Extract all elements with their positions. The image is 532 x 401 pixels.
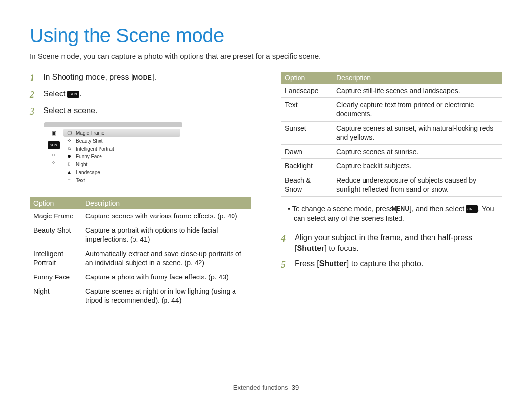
scn-icon (466, 205, 478, 213)
step-4-text-b: ] to focus. (324, 244, 358, 252)
step-1-text-a: In Shooting mode, press [ (43, 73, 133, 81)
step-number: 2 (30, 89, 43, 100)
scene-item-intelligent-portrait: ☺Intelligent Portrait (63, 145, 180, 153)
mode-key-icon: MODE (133, 74, 152, 82)
scene-item-night: ☾Night (63, 160, 180, 168)
scene-item-magic-frame: ▢Magic Frame (63, 129, 180, 137)
step-3-text: Select a scene. (43, 105, 97, 116)
mode-dot-icon (52, 161, 55, 164)
step-2-text-b: . (79, 90, 81, 98)
table-row: Beach & SnowReduce underexposure of subj… (281, 173, 502, 196)
step-2-text-a: Select (43, 90, 67, 98)
scene-item-funny-face: ☻Funny Face (63, 153, 180, 160)
camera-icon: ▣ (51, 130, 56, 136)
footer-section: Extended functions (233, 384, 288, 391)
portrait-icon: ☺ (66, 146, 73, 152)
step-number: 4 (281, 232, 295, 244)
table-row: LandscapeCapture still-life scenes and l… (281, 84, 502, 98)
night-icon: ☾ (66, 161, 73, 167)
table-row: TextClearly capture text from printed or… (281, 98, 502, 121)
shutter-label: Shutter (297, 244, 324, 252)
right-column: Option Description LandscapeCapture stil… (281, 72, 502, 308)
scn-mode-icon: SCN (48, 141, 60, 149)
scn-icon (67, 91, 79, 98)
step-2: 2 Select . (30, 89, 251, 100)
scene-change-note: To change a scene mode, press [MENU], an… (288, 204, 502, 224)
step-1-text-b: ]. (152, 73, 156, 81)
table-header-description: Description (332, 72, 502, 84)
table-row: BacklightCapture backlit subjects. (281, 159, 502, 173)
table-row: Funny FaceCapture a photo with funny fac… (30, 270, 251, 284)
text-icon: ≡ (66, 177, 73, 183)
options-table-2: Option Description LandscapeCapture stil… (281, 72, 502, 197)
table-header-option: Option (281, 72, 332, 84)
step-number: 5 (281, 258, 295, 270)
table-row: DawnCapture scenes at sunrise. (281, 144, 502, 158)
table-row: Intelligent PortraitAutomatically extrac… (30, 247, 251, 270)
page-title: Using the Scene mode (30, 25, 502, 47)
landscape-icon: ▲ (66, 169, 73, 175)
scene-item-beauty-shot: ✧Beauty Shot (63, 137, 180, 145)
footer-page-number: 39 (292, 384, 299, 391)
step-4: 4 Align your subject in the frame, and t… (281, 232, 502, 253)
table-row: Beauty ShotCapture a portrait with optio… (30, 223, 251, 247)
shutter-label: Shutter (319, 259, 347, 268)
table-header-description: Description (81, 197, 251, 209)
step-1: 1 In Shooting mode, press [MODE]. (30, 72, 251, 84)
table-row: SunsetCapture scenes at sunset, with nat… (281, 121, 502, 144)
funny-face-icon: ☻ (66, 154, 73, 159)
scene-item-landscape: ▲Landscape (63, 168, 180, 176)
page-footer: Extended functions 39 (0, 384, 532, 391)
scene-list-screenshot: ▣ SCN ▢Magic Frame ✧Beauty Shot ☺Intelli… (44, 122, 182, 188)
table-row: NightCapture scenes at night or in low l… (30, 284, 251, 308)
beauty-shot-icon: ✧ (66, 138, 73, 144)
step-5-text-b: ] to capture the photo. (347, 259, 424, 268)
step-number: 3 (30, 105, 43, 117)
step-5: 5 Press [Shutter] to capture the photo. (281, 258, 502, 270)
intro-text: In Scene mode, you can capture a photo w… (30, 52, 502, 60)
scene-item-text: ≡Text (63, 176, 180, 184)
table-row: Magic FrameCapture scenes with various f… (30, 209, 251, 223)
step-number: 1 (30, 72, 43, 84)
step-3: 3 Select a scene. (30, 105, 251, 117)
menu-key-icon: MENU (397, 205, 409, 213)
step-5-text-a: Press [ (295, 259, 319, 268)
magic-frame-icon: ▢ (66, 130, 73, 136)
mode-dot-icon (52, 154, 55, 156)
table-header-option: Option (30, 197, 81, 209)
left-column: 1 In Shooting mode, press [MODE]. 2 Sele… (30, 72, 251, 308)
options-table-1: Option Description Magic FrameCapture sc… (30, 197, 251, 308)
